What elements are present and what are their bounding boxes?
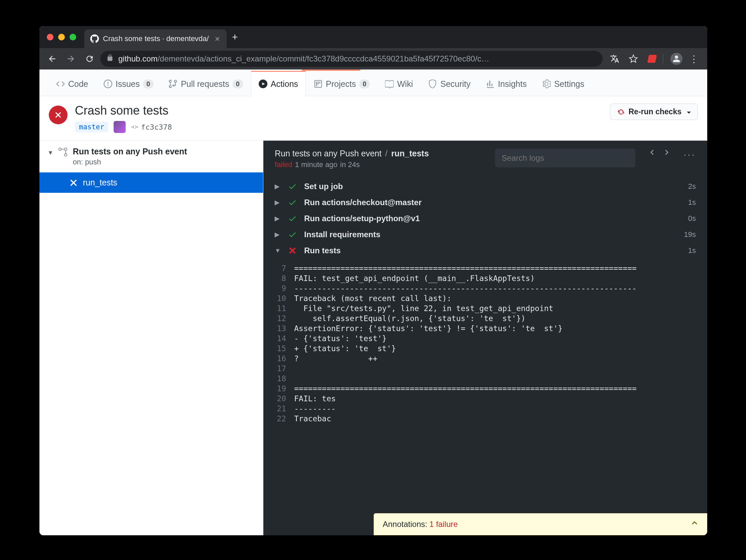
- log-line: 19======================================…: [263, 384, 707, 393]
- tab-code[interactable]: Code: [49, 71, 95, 96]
- line-number: 9: [263, 284, 287, 293]
- log-line: 8FAIL: test_get_api_endpoint (__main__.F…: [263, 273, 707, 283]
- tab-actions[interactable]: Actions: [251, 71, 306, 96]
- tab-wiki[interactable]: Wiki: [378, 71, 420, 96]
- step-duration: 2s: [688, 182, 696, 191]
- steps-list: ▶Set up job2s▶Run actions/checkout@maste…: [263, 176, 707, 261]
- caret-icon: ▶: [275, 199, 281, 206]
- line-number: 14: [263, 334, 287, 343]
- tab-pull-requests[interactable]: Pull requests0: [162, 71, 250, 96]
- step-duration: 0s: [688, 214, 696, 223]
- caret-icon: ▶: [275, 183, 281, 190]
- pulls-count: 0: [233, 80, 243, 89]
- reload-button[interactable]: [82, 51, 97, 67]
- caret-icon: ▼: [275, 247, 281, 254]
- line-text: self.assertEqual(r.json, {'status': 'te …: [294, 314, 525, 323]
- annotations-failure-count: 1 failure: [429, 520, 458, 529]
- titlebar: Crash some tests · dementevda/ × +: [39, 26, 707, 48]
- tab-issues[interactable]: Issues0: [96, 71, 161, 96]
- branch-tag[interactable]: master: [75, 122, 108, 132]
- rerun-checks-button[interactable]: Re-run checks: [610, 104, 698, 120]
- tab-security[interactable]: Security: [421, 71, 478, 96]
- url-field[interactable]: github.com/dementevda/actions_ci_example…: [100, 51, 603, 67]
- line-text: Traceback (most recent call last):: [294, 294, 452, 303]
- caret-icon: ▶: [275, 231, 281, 238]
- line-text: AssertionError: {'status': 'test'} != {'…: [294, 324, 563, 333]
- check-icon: [288, 230, 297, 239]
- line-text: ========================================…: [294, 384, 637, 393]
- bookmark-star-icon[interactable]: [627, 52, 640, 65]
- maximize-window-button[interactable]: [69, 34, 76, 40]
- close-window-button[interactable]: [47, 34, 54, 40]
- workflow-row[interactable]: ▼ Run tests on any Push event on: push: [39, 141, 263, 172]
- line-number: 19: [263, 384, 287, 393]
- commit-author-avatar[interactable]: [114, 121, 126, 133]
- lock-icon: [106, 54, 114, 63]
- line-number: 21: [263, 404, 287, 413]
- urlbar: github.com/dementevda/actions_ci_example…: [39, 48, 707, 69]
- line-text: - {'status': 'test'}: [294, 334, 387, 343]
- run-header: Crash some tests master fc3c378 Re-run c…: [39, 96, 707, 141]
- log-line: 21---------: [263, 404, 707, 414]
- tab-insights[interactable]: Insights: [479, 71, 534, 96]
- annotations-banner[interactable]: Annotations: 1 failure: [374, 513, 707, 535]
- sidebar-job-run_tests[interactable]: run_tests: [39, 172, 263, 193]
- divider: [663, 54, 663, 63]
- line-text: ========================================…: [294, 264, 637, 273]
- step-label: Run actions/setup-python@v1: [304, 214, 681, 223]
- profile-avatar[interactable]: [670, 52, 683, 65]
- next-result-button[interactable]: [663, 149, 670, 157]
- extension-icon[interactable]: [645, 52, 659, 65]
- tab-settings[interactable]: Settings: [535, 71, 592, 96]
- close-tab-icon[interactable]: ×: [213, 34, 222, 44]
- step-row[interactable]: ▶Run actions/checkout@master1s: [263, 195, 707, 210]
- step-duration: 1s: [688, 198, 696, 207]
- step-label: Set up job: [304, 182, 681, 191]
- line-text: Tracebac: [294, 414, 331, 423]
- log-line: 7=======================================…: [263, 263, 707, 273]
- minimize-window-button[interactable]: [58, 34, 65, 40]
- browser-window: Crash some tests · dementevda/ × + githu…: [39, 26, 707, 535]
- url-path: /dementevda/actions_ci_example/commit/fc…: [157, 54, 489, 63]
- line-number: 20: [263, 394, 287, 403]
- browser-tab[interactable]: Crash some tests · dementevda/ ×: [84, 29, 227, 48]
- line-number: 18: [263, 374, 287, 383]
- log-line: 15+ {'status': 'te st'}: [263, 344, 707, 354]
- commit-hash[interactable]: fc3c378: [131, 123, 172, 131]
- translate-icon[interactable]: [608, 52, 621, 65]
- step-row[interactable]: ▶Run actions/setup-python@v10s: [263, 210, 707, 227]
- forward-button[interactable]: [63, 51, 79, 67]
- issues-count: 0: [143, 80, 153, 89]
- step-row[interactable]: ▶Set up job2s: [263, 178, 707, 195]
- new-tab-button[interactable]: +: [232, 31, 238, 43]
- tab-title: Crash some tests · dementevda/: [103, 34, 209, 43]
- step-row[interactable]: ▶Install requirements19s: [263, 227, 707, 243]
- line-number: 22: [263, 414, 287, 423]
- search-logs-input[interactable]: [495, 149, 635, 168]
- logs-title: Run tests on any Push event / run_tests: [275, 149, 429, 158]
- run-title: Crash some tests: [75, 104, 172, 118]
- back-button[interactable]: [44, 51, 60, 67]
- tab-projects[interactable]: Projects0: [307, 71, 377, 96]
- log-line: 9---------------------------------------…: [263, 283, 707, 293]
- url-domain: github.com: [118, 54, 157, 63]
- log-line: 22Tracebac: [263, 414, 707, 424]
- step-row[interactable]: ▼Run tests1s: [263, 243, 707, 259]
- line-text: FAIL: test_get_api_endpoint (__main__.Fl…: [294, 274, 535, 283]
- chrome-menu-button[interactable]: ⋮: [686, 54, 702, 64]
- status-failed-icon: [49, 106, 67, 124]
- logs-menu-button[interactable]: ···: [684, 149, 696, 160]
- line-text: FAIL: tes: [294, 394, 336, 403]
- log-line: 14- {'status': 'test'}: [263, 333, 707, 344]
- logs-panel: Run tests on any Push event / run_tests …: [263, 141, 707, 535]
- log-output: 7=======================================…: [263, 261, 707, 424]
- svg-point-0: [59, 148, 61, 151]
- step-duration: 19s: [684, 230, 696, 239]
- line-text: ? ++: [294, 354, 377, 363]
- line-number: 8: [263, 274, 287, 283]
- line-number: 12: [263, 314, 287, 323]
- line-text: ----------------------------------------…: [294, 284, 637, 293]
- line-number: 13: [263, 324, 287, 333]
- prev-result-button[interactable]: [649, 149, 656, 157]
- sync-icon: [617, 108, 625, 116]
